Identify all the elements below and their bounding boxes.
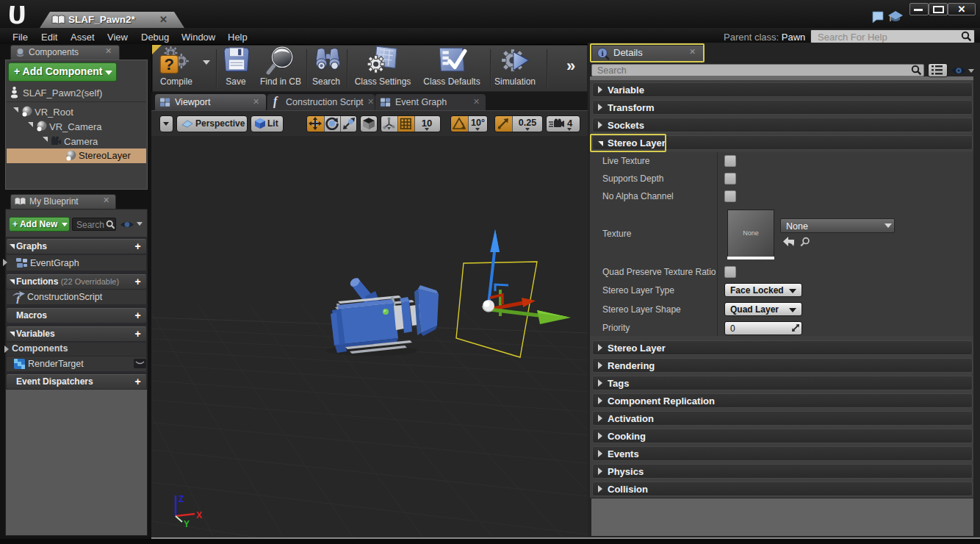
svg-text:Y: Y — [184, 519, 190, 529]
svg-text:i: i — [601, 49, 603, 57]
svg-text:X: X — [196, 510, 202, 520]
svg-text:Z: Z — [179, 494, 184, 504]
svg-text:?: ? — [165, 55, 174, 74]
